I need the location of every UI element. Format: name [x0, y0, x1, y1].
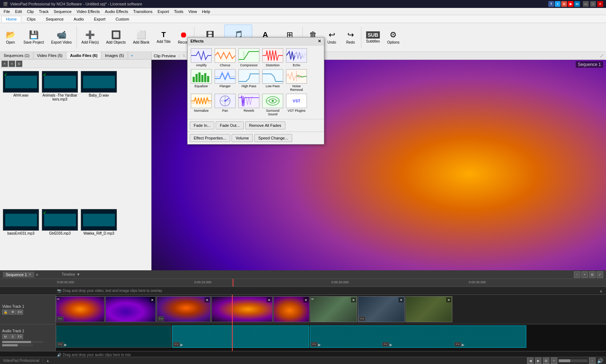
effect-properties-button[interactable]: Effect Properties... [190, 134, 230, 142]
google-icon[interactable]: G [561, 1, 567, 7]
audio-mute-button[interactable]: M [2, 334, 9, 339]
export-video-button[interactable]: 📹 Export Video [48, 25, 75, 50]
options-button[interactable]: ⚙ Options [384, 25, 403, 50]
window-controls[interactable]: — □ ✕ [583, 1, 603, 7]
audio-clip-1[interactable]: FX ▶ [56, 325, 171, 348]
view-grid-btn[interactable]: ⊞ [16, 61, 22, 67]
menu-file[interactable]: File [1, 9, 12, 14]
speaker-icon[interactable]: 🔊 [597, 358, 603, 364]
zoom-in-button[interactable]: + [581, 271, 588, 278]
clip-close-icon[interactable]: ✕ [303, 297, 308, 302]
menu-sequence[interactable]: Sequence [52, 9, 74, 14]
effect-distortion[interactable]: Distortion [262, 48, 284, 67]
effect-reverb[interactable]: Reverb [238, 94, 260, 116]
video-clip-3[interactable]: FX ✕ [157, 296, 211, 322]
audio-fx-button[interactable]: FX [17, 334, 23, 339]
fade-in-button[interactable]: Fade In... [190, 121, 214, 129]
menu-audio-effects[interactable]: Audio Effects [103, 9, 131, 14]
clip-close-icon[interactable]: ✕ [267, 297, 272, 302]
audio-solo-button[interactable]: S [9, 334, 16, 339]
menu-track[interactable]: Track [37, 9, 51, 14]
fade-out-button[interactable]: Fade Out... [216, 121, 243, 129]
effect-normalize[interactable]: Normalize [190, 94, 212, 116]
tab-sequence[interactable]: Sequence [41, 16, 69, 22]
speed-change-button[interactable]: Speed Change... [254, 134, 292, 142]
video-clip-8[interactable]: ✕ [405, 296, 452, 322]
menu-view[interactable]: View [186, 9, 199, 14]
effect-equalizer[interactable]: Equalizer [190, 69, 212, 92]
video-clip-6[interactable]: ✏ ✕ [310, 296, 357, 322]
effect-noiseremoval[interactable]: Noise Removal [286, 69, 307, 92]
menu-export[interactable]: Export [155, 9, 171, 14]
view-delete-btn[interactable]: ✕ [1, 61, 8, 67]
timeline-zoom-in[interactable]: + [551, 358, 557, 364]
menu-video-effects[interactable]: Video Effects [74, 9, 102, 14]
menu-tools[interactable]: Tools [172, 9, 186, 14]
tab-export[interactable]: Export [89, 16, 110, 22]
video-clip-4[interactable]: ✕ [211, 296, 273, 322]
undo-button[interactable]: ↩ Undo [323, 25, 341, 50]
clip-close-icon[interactable]: ✕ [446, 297, 451, 302]
maximize-button[interactable]: □ [590, 1, 596, 7]
volume-button[interactable]: Volume [232, 134, 253, 142]
timeline-scroll-right[interactable]: ▶ [535, 358, 541, 364]
effect-pan[interactable]: Pan [214, 94, 236, 116]
add-sequence-button[interactable]: + [36, 272, 39, 278]
menu-help[interactable]: Help [200, 9, 212, 14]
tab-clips[interactable]: Clips [22, 16, 40, 22]
minimize-button[interactable]: — [583, 1, 589, 7]
clip-close-icon[interactable]: ✕ [150, 297, 155, 302]
tab-audio[interactable]: Audio [69, 16, 88, 22]
volume-slider[interactable] [2, 341, 43, 343]
view-list-btn[interactable]: ≡ [9, 61, 15, 67]
menu-clip[interactable]: Clip [25, 9, 36, 14]
facebook-icon[interactable]: f [548, 1, 554, 7]
add-objects-button[interactable]: 🔲 Add Objects [103, 25, 129, 50]
scroll-up-icon[interactable]: ▲ [599, 288, 603, 293]
clip-close-icon[interactable]: ✕ [351, 297, 356, 302]
tab-sequences[interactable]: Sequences (1) [0, 52, 34, 59]
close-button[interactable]: ✕ [597, 1, 603, 7]
effect-compressor[interactable]: Compressor [238, 48, 260, 67]
audio-clip-3[interactable]: FX ▶ FX ▶ FX ▶ [310, 325, 526, 348]
effect-vst[interactable]: VST VST Plugins [286, 94, 307, 116]
tab-video-files[interactable]: Video Files (5) [34, 52, 67, 59]
pan-slider[interactable] [2, 344, 33, 346]
timeline-dropdown-icon[interactable]: ▼ [76, 272, 80, 276]
clip-close-icon[interactable]: ✕ [205, 297, 210, 302]
twitter-icon[interactable]: t [555, 1, 561, 7]
clip-preview-tab[interactable]: Clip Preview [154, 54, 176, 58]
zoom-slider[interactable] [559, 359, 588, 362]
audio-clip-2[interactable]: FX ▶ [172, 325, 309, 348]
tab-images[interactable]: Images (5) [101, 52, 128, 59]
timeline-zoom-out[interactable]: − [589, 358, 596, 364]
tab-audio-files[interactable]: Audio Files (6) [66, 52, 101, 59]
effect-flanger[interactable]: Flanger [214, 69, 236, 92]
effect-amplify[interactable]: Amplify [190, 48, 212, 67]
add-title-button[interactable]: T Add Title [153, 25, 174, 50]
effect-surround[interactable]: Surround Sound [262, 94, 284, 116]
video-clip-1[interactable]: FX ✏ [56, 296, 105, 322]
video-clip-5[interactable]: ✕ [273, 296, 309, 322]
zoom-out-button[interactable]: − [574, 271, 580, 278]
fit-button[interactable]: ⊞ [589, 271, 596, 278]
list-item[interactable]: Baby_D.wav [81, 71, 117, 206]
subtitles-button[interactable]: SUB Subtitles [363, 25, 383, 50]
redo-button[interactable]: ↪ Redo [342, 25, 360, 50]
list-item[interactable]: ✓ AhHi.wav [3, 71, 39, 206]
clip-close-icon[interactable]: ✕ [399, 297, 404, 302]
remove-fades-button[interactable]: Remove All Fades [245, 121, 285, 129]
effect-echo[interactable]: Echo [286, 48, 307, 67]
effect-highpass[interactable]: High Pass [238, 69, 260, 92]
tab-home[interactable]: Home [1, 16, 21, 22]
track-lock-button[interactable]: 🔒 [2, 310, 9, 315]
menu-transitions[interactable]: Transitions [131, 9, 154, 14]
menu-edit[interactable]: Edit [13, 9, 24, 14]
track-fx-button[interactable]: FX [17, 310, 23, 315]
video-clip-2[interactable]: ✕ [105, 296, 156, 322]
save-project-button[interactable]: 💾 Save Project [20, 25, 47, 50]
track-eye-button[interactable]: 👁 [9, 310, 16, 315]
add-panel-button[interactable]: + [128, 52, 136, 59]
effects-close-icon[interactable]: ✕ [318, 39, 321, 44]
effect-lowpass[interactable]: Low Pass [262, 69, 284, 92]
